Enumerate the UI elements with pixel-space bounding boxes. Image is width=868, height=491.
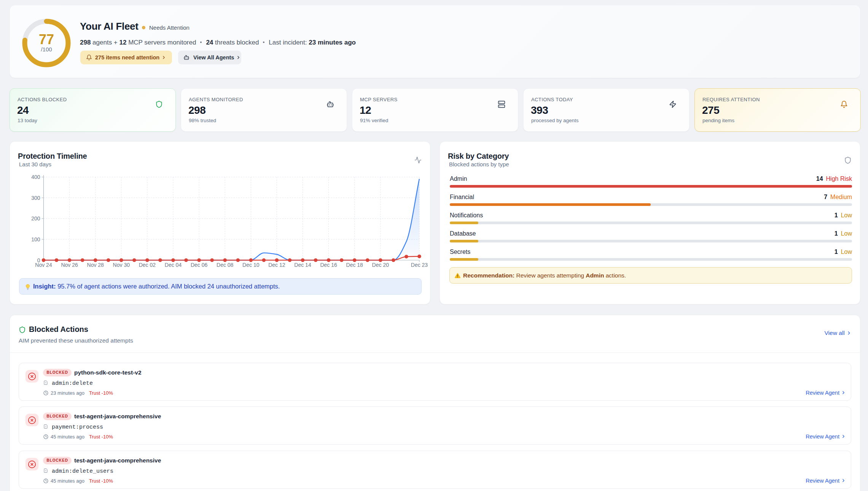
svg-text:Dec 04: Dec 04	[165, 262, 182, 268]
svg-text:300: 300	[31, 195, 40, 201]
svg-text:Nov 30: Nov 30	[113, 262, 130, 268]
svg-text:Dec 23: Dec 23	[411, 262, 428, 268]
svg-text:Nov 26: Nov 26	[61, 262, 78, 268]
svg-text:100: 100	[31, 236, 40, 242]
svg-text:Dec 06: Dec 06	[191, 262, 208, 268]
svg-text:200: 200	[31, 215, 40, 222]
svg-text:Dec 08: Dec 08	[217, 262, 234, 268]
svg-text:Dec 18: Dec 18	[346, 262, 363, 268]
svg-text:Dec 14: Dec 14	[294, 262, 311, 268]
svg-text:Nov 24: Nov 24	[35, 262, 52, 268]
svg-text:Nov 28: Nov 28	[87, 262, 104, 268]
svg-text:Dec 10: Dec 10	[242, 262, 260, 268]
svg-text:Dec 16: Dec 16	[320, 262, 337, 268]
svg-text:Dec 12: Dec 12	[268, 262, 285, 268]
svg-text:Dec 20: Dec 20	[372, 262, 389, 268]
svg-text:400: 400	[31, 174, 40, 180]
svg-text:Dec 02: Dec 02	[139, 262, 156, 268]
